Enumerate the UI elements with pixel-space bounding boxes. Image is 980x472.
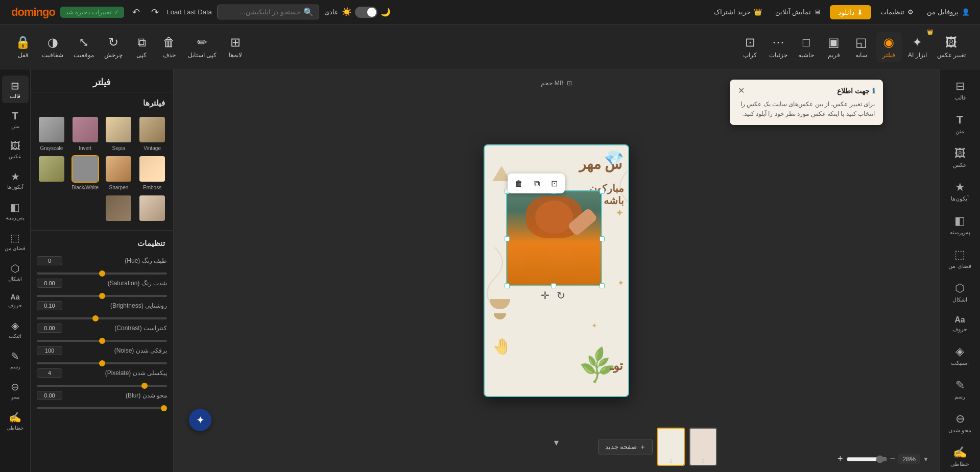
profile-menu[interactable]: 👤 پروفایل من [923, 6, 974, 18]
subscribe-action[interactable]: 👑 خرید اشتراک [710, 6, 766, 18]
toolbar-item-layers[interactable]: ⊞ لایه‌ها [223, 32, 248, 62]
pixelate-slider[interactable] [37, 385, 167, 387]
filter-extra3[interactable] [104, 194, 134, 224]
float-crop-button[interactable]: ⊡ [546, 176, 563, 191]
filter-sharpen[interactable]: Sharpen [104, 155, 134, 190]
sidebar-item-erase[interactable]: ⊖ محو شدن [943, 408, 977, 438]
toggle-pill[interactable] [355, 7, 377, 18]
icon-sidebar-handwrite[interactable]: ✍ خطاطی [2, 407, 29, 435]
filter-vintage[interactable]: Vintage [137, 116, 167, 151]
saturation-slider[interactable] [37, 295, 167, 297]
toolbar-item-border[interactable]: □ حاشیه [794, 32, 819, 62]
handle-br[interactable] [600, 283, 605, 288]
toolbar-item-filter[interactable]: ◉ فیلتر [876, 32, 902, 62]
toolbar-item-transparency[interactable]: ◑ شفافیت [38, 32, 67, 62]
float-copy-button[interactable]: ⧉ [529, 176, 545, 191]
toolbar-item-shadow[interactable]: ◱ سایه [849, 32, 874, 62]
mode-toggle[interactable]: 🌙 ☀️ عادی [324, 7, 391, 18]
float-delete-button[interactable]: 🗑 [510, 176, 528, 191]
handle-bl[interactable] [505, 283, 510, 288]
drawing-icon: ✎ [955, 379, 965, 392]
icon-sidebar-letters[interactable]: Aa حروف [2, 289, 29, 312]
toolbar-item-lock[interactable]: 🔒 قفل [10, 32, 36, 62]
filter-sepia[interactable]: Sepia [104, 116, 134, 151]
load-last-data[interactable]: Load Last Data [167, 8, 212, 16]
handle-bm[interactable] [551, 283, 556, 288]
zoom-out-button[interactable]: − [890, 454, 896, 464]
icon-sidebar-template[interactable]: ⊟ قالب [2, 76, 29, 103]
canvas-area[interactable]: ℹ جهت اطلاع ✕ برای تغییر عکس، از بین عکس… [174, 69, 939, 472]
icon-sidebar-background[interactable]: ◧ پس‌زمینه [2, 197, 29, 225]
toolbar-item-crop[interactable]: ⊡ کراپ [737, 32, 763, 62]
settings-menu[interactable]: ⚙ تنظیمات [876, 6, 918, 18]
canvas-card[interactable]: 💎 ✦ ✦ ✦ 🌿 🤚 س مهر مبارکونباشه [484, 144, 629, 397]
blur-slider[interactable] [37, 407, 167, 409]
check-icon: ✓ [114, 9, 119, 16]
icon-label-icons: آیکون‌ها [7, 184, 23, 190]
sidebar-item-template[interactable]: ⊟ قالب [943, 76, 977, 105]
hue-label: طیف رنگ (Hue) [125, 257, 167, 264]
search-input[interactable] [223, 8, 300, 16]
icon-sidebar-drawing[interactable]: ✎ رسم [2, 346, 29, 374]
sidebar-item-icons[interactable]: ★ آیکون‌ها [943, 177, 977, 206]
filter-invert[interactable]: Invert [70, 116, 100, 151]
icon-sidebar-sticker[interactable]: ◈ اتیکت [2, 315, 29, 343]
saved-badge[interactable]: ✓ تغییرات ذخیره شد [60, 7, 124, 18]
icon-sidebar-erase[interactable]: ⊖ محو [2, 377, 29, 404]
zoom-slider[interactable] [846, 455, 887, 463]
toolbar-item-copy[interactable]: ⧉ کپی [129, 32, 154, 62]
filter-label-invert: Invert [79, 145, 91, 151]
online-preview[interactable]: 🖥 نمایش آنلاین [771, 6, 825, 18]
sidebar-item-space[interactable]: ⬚ فضای من [943, 244, 977, 274]
brightness-slider[interactable] [37, 317, 167, 319]
icon-sidebar-text[interactable]: T متن [2, 106, 29, 133]
hue-slider[interactable] [37, 272, 167, 275]
toolbar-item-rotate[interactable]: ↻ چرخش [100, 32, 127, 62]
filter-grayscale[interactable]: Grayscale [37, 116, 66, 151]
toolbar-item-position[interactable]: ⤡ موقعیت [69, 32, 98, 62]
download-button[interactable]: ⬇ دانلود [830, 5, 871, 19]
rotate-control[interactable]: ↻ [557, 289, 565, 302]
sidebar-item-sticker[interactable]: ◈ استیکت [943, 341, 977, 370]
toolbar-item-copy-style[interactable]: ✏ کپی استایل [184, 32, 221, 62]
icon-sidebar-image[interactable]: 🖼 عکس [2, 136, 29, 163]
sidebar-item-drawing[interactable]: ✎ رسم [943, 375, 977, 404]
toolbar-item-change-image[interactable]: 🖼 تغییر عکس [933, 32, 970, 62]
handle-tr[interactable] [600, 189, 605, 194]
fab-button[interactable]: ✦ [189, 409, 211, 431]
sidebar-item-handwrite[interactable]: ✍ خطاطی [943, 442, 977, 471]
sidebar-item-text[interactable]: T متن [943, 109, 977, 139]
search-box[interactable]: 🔍 [217, 5, 319, 19]
info-popup-close[interactable]: ✕ [738, 86, 745, 95]
sidebar-item-letters[interactable]: Aa حروف [943, 311, 977, 337]
move-control[interactable]: ✛ [541, 289, 549, 302]
contrast-slider[interactable] [37, 340, 167, 342]
sidebar-item-background[interactable]: ◧ پس‌زمینه [943, 210, 977, 240]
chevron-down[interactable]: ▼ [923, 456, 929, 463]
redo-button[interactable]: ↷ [148, 5, 162, 20]
filter-blackwhite[interactable]: Black/White [70, 155, 100, 190]
icon-sidebar-shapes[interactable]: ⬡ اشکال [2, 258, 29, 286]
handle-mr[interactable] [600, 236, 605, 241]
add-page-button[interactable]: ＋ صفحه جدید [599, 439, 653, 455]
toolbar-item-frame[interactable]: ▣ فریم [821, 32, 847, 62]
zoom-level[interactable]: 28% [898, 454, 920, 464]
zoom-in-button[interactable]: + [838, 454, 843, 464]
toolbar-item-details[interactable]: ⋯ جزئیات [765, 32, 792, 62]
handle-ml[interactable] [505, 236, 510, 241]
noise-slider[interactable] [37, 362, 167, 364]
photo-frame[interactable] [506, 190, 602, 286]
sidebar-item-shapes[interactable]: ⬡ اشکال [943, 278, 977, 307]
filter-extra1[interactable] [37, 155, 66, 190]
filter-thumb-grayscale [38, 116, 65, 143]
filter-extra2[interactable] [137, 194, 167, 224]
toolbar-item-ai-tools[interactable]: ✦ ابزار AI [904, 32, 931, 62]
icon-sidebar-icons[interactable]: ★ آیکون‌ها [2, 166, 29, 194]
toolbar-item-delete[interactable]: 🗑 حذف [156, 32, 182, 62]
crop-icon: ⊡ [745, 35, 755, 49]
icon-sidebar-space[interactable]: ⬚ فضای من [2, 228, 29, 255]
text-icon: T [957, 113, 963, 127]
undo-button[interactable]: ↶ [129, 5, 143, 20]
filter-emboss[interactable]: Emboss [137, 155, 167, 190]
sidebar-item-image[interactable]: 🖼 عکس [943, 143, 977, 172]
